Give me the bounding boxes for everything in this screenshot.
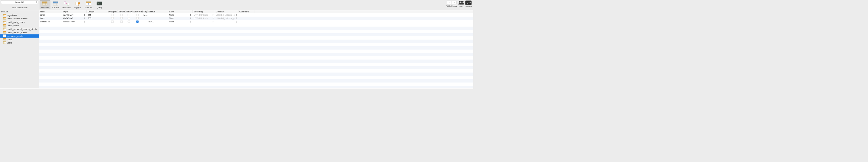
- cell-collation[interactable]: utf8mb4_unicode_ci▴▾: [215, 14, 238, 16]
- column-header[interactable]: Default: [147, 10, 168, 13]
- checkbox[interactable]: [120, 21, 123, 23]
- table-row[interactable]: created_atTIMESTAMP▴▾✓NULLNone▴▾▴▾▴▾: [39, 20, 473, 23]
- checkbox[interactable]: [111, 21, 114, 23]
- cell-field[interactable]: created_at: [39, 20, 62, 23]
- column-header[interactable]: Comment: [238, 10, 255, 13]
- cell-length[interactable]: 255: [87, 17, 107, 19]
- tool-label: Content: [52, 6, 59, 9]
- checkbox[interactable]: [128, 21, 130, 23]
- tool-content[interactable]: Content: [51, 0, 61, 9]
- checkbox[interactable]: [136, 14, 138, 16]
- console-button[interactable]: console off Console: [465, 0, 472, 7]
- column-header[interactable]: Collation: [215, 10, 238, 13]
- tool-structure[interactable]: Structure: [39, 0, 50, 9]
- cell-encoding[interactable]: UTF-8 Unicode▴▾: [193, 14, 215, 16]
- column-header[interactable]: Zerofill: [118, 10, 125, 13]
- sidebar-section-title: TABLES: [0, 10, 39, 14]
- tool-relations[interactable]: Relations: [61, 0, 72, 9]
- cell-allow-null[interactable]: ✓: [132, 21, 143, 23]
- table-row[interactable]: tokenVARCHAR▴▾255None▴▾UTF-8 Unicode▴▾ut…: [39, 17, 473, 20]
- checkbox[interactable]: [120, 17, 123, 20]
- cell-allow-null[interactable]: [132, 14, 143, 16]
- column-header[interactable]: Binary: [125, 10, 132, 13]
- stepper-icon[interactable]: ▴▾: [213, 14, 214, 16]
- history-forward-button[interactable]: >: [452, 1, 456, 4]
- table-history[interactable]: < > Table History: [446, 0, 457, 7]
- cell-length[interactable]: 255: [87, 14, 107, 16]
- cell-extra[interactable]: None▴▾: [168, 20, 193, 23]
- checkbox[interactable]: [128, 17, 130, 20]
- column-header[interactable]: Field: [39, 10, 62, 13]
- table-icon: [3, 38, 6, 41]
- sidebar-item-oauth_refresh_tokens[interactable]: oauth_refresh_tokens: [0, 31, 39, 34]
- checkbox[interactable]: [111, 14, 114, 16]
- column-header[interactable]: Type: [62, 10, 87, 13]
- history-back-button[interactable]: <: [447, 1, 452, 4]
- stepper-icon[interactable]: ▴▾: [190, 14, 192, 16]
- stepper-icon[interactable]: ▴▾: [236, 21, 238, 23]
- triggers-icon: [74, 1, 81, 6]
- cell-field[interactable]: token: [39, 17, 62, 19]
- cell-collation[interactable]: utf8mb4_unicode_ci▴▾: [215, 17, 238, 19]
- cell-encoding[interactable]: UTF-8 Unicode▴▾: [193, 17, 215, 19]
- cell-extra[interactable]: None▴▾: [168, 17, 193, 19]
- cell-key[interactable]: M…: [143, 14, 147, 16]
- sidebar-item-oauth_personal_access_clients[interactable]: oauth_personal_access_clients: [0, 27, 39, 30]
- cell-type[interactable]: VARCHAR▴▾: [62, 17, 87, 19]
- stepper-icon[interactable]: ▴▾: [190, 17, 192, 20]
- cell-collation[interactable]: ▴▾: [215, 21, 238, 23]
- checkbox[interactable]: [136, 17, 138, 20]
- cell-unsigned[interactable]: [107, 17, 118, 20]
- column-header[interactable]: Extra: [168, 10, 193, 13]
- stepper-icon[interactable]: ▴▾: [84, 21, 86, 23]
- column-header[interactable]: Key: [143, 10, 147, 13]
- sidebar-item-users[interactable]: users: [0, 41, 39, 45]
- cell-field[interactable]: email: [39, 14, 62, 16]
- sidebar-item-password_resets[interactable]: password_resets: [0, 34, 39, 37]
- stepper-icon[interactable]: ▴▾: [190, 21, 192, 23]
- stepper-icon[interactable]: ▴▾: [236, 14, 238, 16]
- cell-binary[interactable]: [125, 14, 132, 16]
- column-header[interactable]: Allow Null: [132, 10, 143, 13]
- cell-unsigned[interactable]: [107, 21, 118, 23]
- column-header[interactable]: Unsigned: [107, 10, 118, 13]
- cell-zerofill[interactable]: [118, 14, 125, 16]
- database-select[interactable]: laravel55 ▴▾: [1, 0, 38, 4]
- cell-unsigned[interactable]: [107, 14, 118, 16]
- sidebar-item-oauth_access_tokens[interactable]: oauth_access_tokens: [0, 17, 39, 20]
- stepper-icon[interactable]: ▴▾: [236, 17, 238, 20]
- column-header[interactable]: Encoding: [193, 10, 215, 13]
- updown-icon: ▴▾: [36, 1, 37, 4]
- sidebar-item-posts[interactable]: posts: [0, 38, 39, 41]
- cell-extra[interactable]: None▴▾: [168, 14, 193, 16]
- grid-body: emailVARCHAR▴▾255M…None▴▾UTF-8 Unicode▴▾…: [39, 13, 473, 23]
- users-button[interactable]: Users: [458, 0, 464, 7]
- stepper-icon[interactable]: ▴▾: [84, 14, 86, 16]
- sidebar-item-label: oauth_refresh_tokens: [7, 31, 28, 34]
- cell-binary[interactable]: [125, 21, 132, 23]
- stepper-icon[interactable]: ▴▾: [213, 17, 214, 20]
- sidebar-item-migrations[interactable]: migrations: [0, 14, 39, 17]
- checkbox[interactable]: ✓: [136, 21, 138, 23]
- table-row[interactable]: emailVARCHAR▴▾255M…None▴▾UTF-8 Unicode▴▾…: [39, 13, 473, 17]
- cell-allow-null[interactable]: [132, 17, 143, 20]
- sidebar-item-oauth_clients[interactable]: oauth_clients: [0, 24, 39, 27]
- cell-type[interactable]: TIMESTAMP▴▾: [62, 20, 87, 23]
- checkbox[interactable]: [120, 14, 123, 16]
- tool-query[interactable]: >_Query: [95, 0, 103, 9]
- checkbox[interactable]: [128, 14, 130, 16]
- cell-zerofill[interactable]: [118, 17, 125, 20]
- stepper-icon[interactable]: ▴▾: [84, 17, 86, 20]
- column-header[interactable]: Length: [87, 10, 107, 13]
- svg-rect-65: [3, 42, 6, 42]
- sidebar-item-oauth_auth_codes[interactable]: oauth_auth_codes: [0, 21, 39, 24]
- checkbox[interactable]: [111, 17, 114, 20]
- cell-type[interactable]: VARCHAR▴▾: [62, 14, 87, 16]
- cell-default[interactable]: NULL: [147, 20, 168, 23]
- cell-zerofill[interactable]: [118, 21, 125, 23]
- stepper-icon[interactable]: ▴▾: [213, 21, 214, 23]
- tool-triggers[interactable]: Triggers: [73, 0, 83, 9]
- cell-encoding[interactable]: ▴▾: [193, 21, 215, 23]
- tool-tableinfo[interactable]: iTable Info: [83, 0, 94, 9]
- cell-binary[interactable]: [125, 17, 132, 20]
